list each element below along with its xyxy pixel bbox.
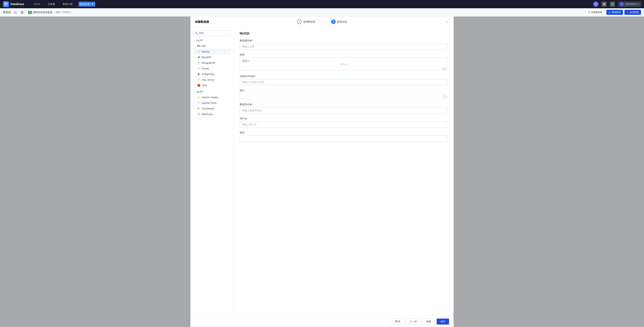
new-dataset-button[interactable]: 新建数据集 (586, 10, 605, 15)
app-name: DataEase (10, 2, 24, 6)
add-data-button[interactable]: 追加数据 (624, 10, 641, 15)
dataset-name: 国民经济演示数据 (33, 11, 52, 14)
logo-area: DataEase (3, 1, 24, 7)
top-nav: DataEase 工作台 仪表板 数据大屏 数据准备 ▼ 👤 系统管理员 ▼ (0, 0, 644, 8)
creator-info-icon: ℹ (71, 11, 72, 14)
svg-rect-0 (4, 3, 6, 4)
help-icon[interactable] (610, 2, 615, 7)
dataset-creator: 创建人:管理员 (56, 11, 70, 14)
table-icon[interactable] (20, 10, 24, 15)
grid-icon[interactable] (602, 2, 607, 7)
svg-rect-1 (6, 3, 8, 4)
nav-dataprep[interactable]: 数据准备 ▼ (78, 2, 95, 6)
dataset-badge: X (28, 11, 32, 14)
svg-rect-9 (603, 4, 604, 5)
nav-dashboard[interactable]: 仪表板 (46, 2, 57, 6)
sub-nav: 数据源 X 国民经济演示数据 | 创建人:管理员 ℹ 新建数据集 替换数据 追加… (0, 8, 644, 16)
user-menu[interactable]: 👤 系统管理员 ▼ (618, 2, 641, 7)
nav-datascreen[interactable]: 数据大屏 (61, 2, 74, 6)
svg-rect-10 (604, 4, 605, 5)
replace-data-button[interactable]: 替换数据 (606, 10, 623, 15)
svg-rect-3 (6, 4, 8, 6)
logo-icon (3, 1, 9, 7)
subnav-title: 数据源 (3, 11, 11, 14)
svg-rect-2 (4, 4, 6, 6)
nav-right: 👤 系统管理员 ▼ (593, 2, 641, 7)
avatar: 👤 (620, 2, 624, 6)
svg-rect-8 (604, 3, 605, 4)
notification-icon[interactable] (593, 2, 598, 7)
add-datasource-icon[interactable] (13, 10, 18, 15)
svg-rect-7 (603, 3, 604, 4)
nav-workbench[interactable]: 工作台 (32, 2, 42, 6)
svg-rect-16 (21, 11, 23, 14)
subnav-right: 新建数据集 替换数据 追加数据 (586, 10, 641, 15)
